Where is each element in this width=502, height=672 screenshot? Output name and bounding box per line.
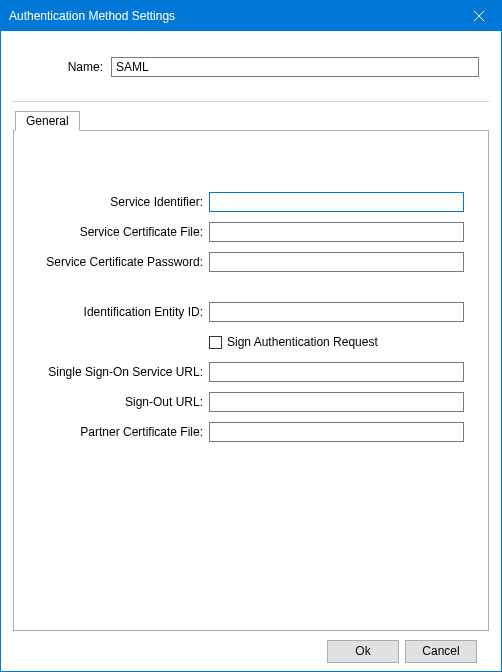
cancel-button[interactable]: Cancel (405, 640, 477, 663)
tab-panel-general: Service Identifier: Service Certificate … (13, 130, 489, 631)
ok-button[interactable]: Ok (327, 640, 399, 663)
row-service-cert-file: Service Certificate File: (38, 221, 464, 243)
row-signout-url: Sign-Out URL: (38, 391, 464, 413)
row-identification-entity-id: Identification Entity ID: (38, 301, 464, 323)
titlebar: Authentication Method Settings (1, 1, 501, 31)
close-button[interactable] (456, 1, 501, 31)
button-bar: Ok Cancel (13, 631, 489, 671)
tabstrip: General (13, 110, 489, 130)
tabs-container: General Service Identifier: Service Cert… (13, 110, 489, 631)
label-service-cert-file: Service Certificate File: (38, 225, 209, 239)
input-signout-url[interactable] (209, 392, 464, 412)
label-service-identifier: Service Identifier: (38, 195, 209, 209)
input-service-cert-password[interactable] (209, 252, 464, 272)
label-partner-cert-file: Partner Certificate File: (38, 425, 209, 439)
name-label: Name: (23, 60, 111, 74)
row-sign-auth-request: Sign Authentication Request (209, 331, 464, 353)
name-input[interactable] (111, 57, 479, 77)
row-service-identifier: Service Identifier: (38, 191, 464, 213)
checkbox-sign-auth-request[interactable] (209, 336, 222, 349)
dialog-content: Name: General Service Identifier: Servic… (1, 31, 501, 671)
label-identification-entity-id: Identification Entity ID: (38, 305, 209, 319)
input-sso-service-url[interactable] (209, 362, 464, 382)
label-sign-auth-request: Sign Authentication Request (227, 335, 378, 349)
input-service-identifier[interactable] (209, 192, 464, 212)
row-sso-service-url: Single Sign-On Service URL: (38, 361, 464, 383)
window-title: Authentication Method Settings (9, 1, 175, 31)
name-row: Name: (23, 57, 479, 77)
label-service-cert-password: Service Certificate Password: (38, 255, 209, 269)
close-icon (474, 11, 484, 21)
tab-general[interactable]: General (15, 111, 80, 131)
spacer (38, 281, 464, 301)
dialog-window: Authentication Method Settings Name: Gen… (0, 0, 502, 672)
label-signout-url: Sign-Out URL: (38, 395, 209, 409)
row-partner-cert-file: Partner Certificate File: (38, 421, 464, 443)
input-service-cert-file[interactable] (209, 222, 464, 242)
separator (13, 101, 489, 102)
label-sso-service-url: Single Sign-On Service URL: (38, 365, 209, 379)
input-partner-cert-file[interactable] (209, 422, 464, 442)
row-service-cert-password: Service Certificate Password: (38, 251, 464, 273)
input-identification-entity-id[interactable] (209, 302, 464, 322)
